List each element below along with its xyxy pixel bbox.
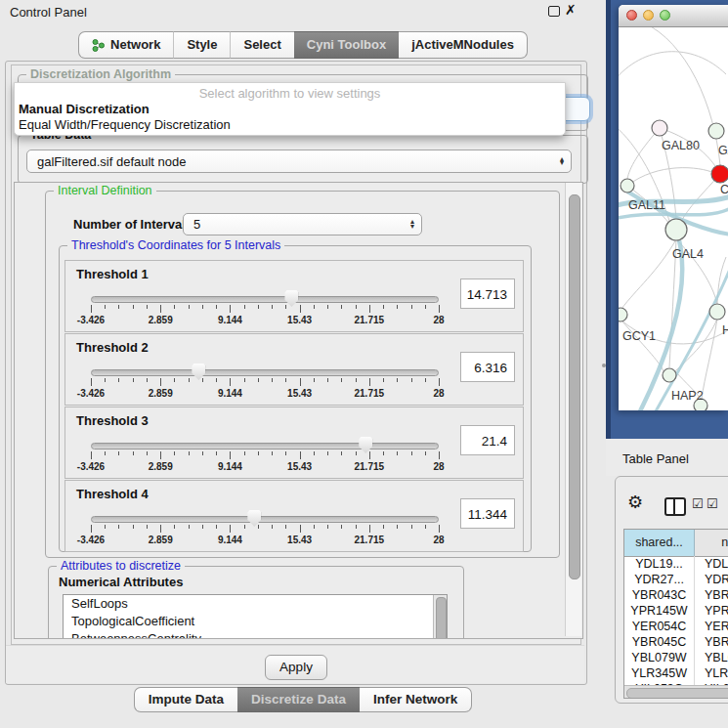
slider-tick [369,451,370,459]
network-node[interactable] [621,179,634,193]
shared-name-cell[interactable]: YDL19... [624,556,695,572]
slider-tick-label: 2.859 [149,535,173,545]
list-scrollbar[interactable] [433,595,447,639]
threshold-value-field[interactable]: 21.4 [460,425,515,455]
slider-thumb[interactable] [359,437,372,453]
network-node[interactable] [665,219,687,240]
network-node[interactable] [708,123,724,139]
threshold-value-field[interactable]: 11.344 [460,498,515,529]
tab-impute-data[interactable]: Impute Data [134,687,237,712]
network-node[interactable] [711,165,728,183]
slider-tick [397,525,398,529]
minimize-traffic-light[interactable] [643,10,654,21]
name-cell[interactable]: YDL1 [695,556,728,572]
table-row[interactable]: YDR27...YDR2 [624,572,728,587]
network-canvas[interactable]: GAL80GACGAL11GAL4GCY1HHAP2 [619,27,728,410]
table-row[interactable]: YBR045CYBR0 [624,634,728,650]
name-cell[interactable]: YBL0 [695,650,728,665]
close-traffic-light[interactable] [626,10,637,21]
spinner-icon[interactable]: ▴▾ [410,220,414,229]
slider-track[interactable] [91,443,439,450]
tab-select[interactable]: Select [230,31,293,59]
attribute-list-item[interactable]: TopologicalCoefficient [64,613,447,630]
tab-label: Cyni Toolbox [307,32,386,58]
slider-thumb[interactable] [247,510,261,527]
columns-icon[interactable] [664,497,686,516]
checkbox-icon[interactable]: ☑ [692,497,704,510]
screen: Control Panel ✗ NetworkStyleSelectCyni T… [0,0,728,728]
table-row[interactable]: YDL19...YDL1 [624,556,728,572]
table-row[interactable]: YER054CYER0 [624,619,728,634]
slider-track[interactable] [91,369,439,376]
dropdown-option-equal-width[interactable]: Equal Width/Frequency Discretization [19,117,231,132]
slider-track[interactable] [91,516,439,523]
table-data-combo[interactable]: galFiltered.sif default node ▴▾ [26,150,572,173]
threshold-slider[interactable]: -3.4262.8599.14415.4321.71528 [91,508,439,547]
scrollbar-thumb[interactable] [436,597,447,639]
shared-name-cell[interactable]: YPR145W [624,603,695,619]
table-row[interactable]: YLR345WYLR3 [624,665,728,681]
tab-infer-network[interactable]: Infer Network [360,687,472,712]
close-icon[interactable]: ✗ [565,2,577,18]
slider-tick [383,525,384,529]
network-node[interactable] [709,304,725,320]
dropdown-option-manual[interactable]: Manual Discretization [19,102,150,116]
shared-name-cell[interactable]: YER054C [624,619,695,634]
name-cell[interactable]: YPR1 [695,603,728,619]
name-cell[interactable]: YBR0 [695,587,728,603]
name-cell[interactable]: YDR2 [695,572,728,587]
shared-name-cell[interactable]: YBR043C [624,587,695,603]
threshold-slider[interactable]: -3.4262.8599.14415.4321.71528 [91,362,439,401]
table-row[interactable]: YBR043CYBR0 [624,587,728,603]
threshold-slider[interactable]: -3.4262.8599.14415.4321.71528 [91,288,439,327]
slider-tick [216,451,217,455]
attribute-list-item[interactable]: SelfLoops [64,595,447,613]
table-row[interactable]: YBL079WYBL0 [624,650,728,665]
name-cell[interactable]: YER0 [695,619,728,634]
slider-tick-label: 15.43 [287,388,312,399]
scrollbar-thumb[interactable] [626,688,728,699]
tab-label: Select [243,32,280,58]
panel-scrollbar[interactable] [565,183,581,636]
slider-tick-label: 15.43 [287,461,312,472]
slider-tick [118,305,119,309]
column-header-shared-name[interactable]: shared... [624,530,695,556]
shared-name-cell[interactable]: YBR045C [624,634,695,650]
name-cell[interactable]: YBR0 [695,634,728,650]
column-header-name[interactable]: name [695,530,728,556]
tab-network[interactable]: Network [78,31,173,59]
float-panel-icon[interactable] [548,6,560,17]
tab-style[interactable]: Style [173,31,230,59]
slider-track[interactable] [91,296,439,303]
slider-thumb[interactable] [192,364,205,380]
spinner-icon[interactable]: ▴▾ [560,157,564,166]
tab-discretize-data[interactable]: Discretize Data [237,687,360,712]
threshold-value-field[interactable]: 6.316 [460,352,515,382]
shared-name-cell[interactable]: YLR345W [624,665,695,681]
name-cell[interactable]: YLR3 [695,665,728,681]
table-row[interactable]: YPR145WYPR1 [624,603,728,619]
network-node[interactable] [652,120,667,136]
slider-tick [300,525,301,533]
checkbox-icon[interactable]: ☑ [707,497,718,510]
attribute-list-item[interactable]: BetweennessCentrality [64,630,447,639]
threshold-value-field[interactable]: 14.713 [460,278,515,309]
network-node[interactable] [619,308,627,321]
slider-tick [314,378,315,382]
network-node[interactable] [663,368,676,382]
scrollbar-thumb[interactable] [569,194,580,579]
shared-name-cell[interactable]: YBL079W [624,650,695,665]
zoom-traffic-light[interactable] [660,10,670,21]
table-hscrollbar[interactable] [624,685,728,699]
number-of-intervals-combo[interactable]: 5 ▴▾ [183,213,422,236]
threshold-slider[interactable]: -3.4262.8599.14415.4321.71528 [91,435,439,474]
slider-tick [160,378,161,386]
slider-thumb[interactable] [284,290,298,307]
node-table: shared... name YDL19...YDL1YDR27...YDR2Y… [623,529,728,699]
tab-jactivemnodules[interactable]: jActiveMNodules [399,31,528,59]
gear-icon[interactable]: ⚙ [627,493,643,511]
shared-name-cell[interactable]: YDR27... [624,572,695,587]
network-window-titlebar[interactable] [619,5,728,27]
tab-cyni-toolbox[interactable]: Cyni Toolbox [294,31,399,59]
apply-button[interactable]: Apply [265,655,327,680]
